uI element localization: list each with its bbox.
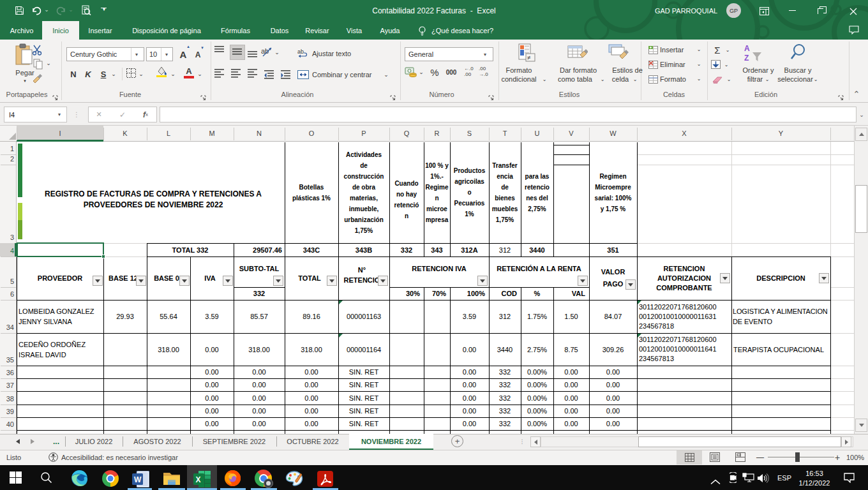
svg-text:≠: ≠ bbox=[527, 54, 531, 61]
svg-text:←.0: ←.0 bbox=[464, 66, 474, 71]
svg-text:.00: .00 bbox=[479, 66, 486, 71]
svg-text:X: X bbox=[196, 475, 201, 484]
svg-text:W: W bbox=[134, 475, 142, 484]
svg-text:A: A bbox=[744, 44, 750, 53]
svg-text:Z: Z bbox=[744, 54, 749, 63]
svg-text:ab: ab bbox=[297, 48, 304, 55]
svg-text:→.0: →.0 bbox=[479, 71, 488, 77]
svg-text:.00: .00 bbox=[464, 71, 472, 77]
